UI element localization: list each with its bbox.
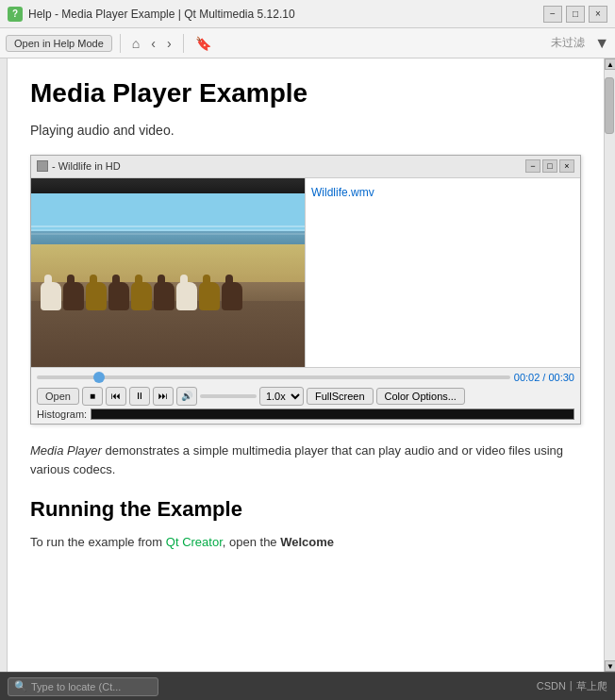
next-button[interactable]: ⏭ — [153, 387, 174, 406]
toolbar-separator-1 — [120, 34, 121, 53]
watermark-text: CSDN丨草上爬 — [537, 679, 607, 693]
page-title: Media Player Example — [30, 77, 581, 109]
video-content — [31, 178, 305, 367]
maximize-button[interactable]: □ — [566, 6, 585, 23]
horse-9 — [222, 282, 242, 310]
search-icon: 🔍 — [14, 680, 27, 692]
close-button[interactable]: × — [589, 6, 607, 23]
horse-4 — [108, 282, 129, 310]
toolbar-separator-2 — [183, 34, 184, 53]
running-paragraph: To run the example from Qt Creator, open… — [30, 533, 581, 553]
scroll-icon[interactable]: ▼ — [594, 35, 609, 52]
qt-creator-link[interactable]: Qt Creator — [166, 535, 223, 549]
toolbar: Open in Help Mode ⌂ ‹ › 🔖 未过滤 ▼ — [0, 28, 615, 58]
left-scrollbar — [0, 58, 8, 672]
player-maximize-button[interactable]: □ — [542, 159, 557, 173]
minimize-button[interactable]: − — [543, 6, 562, 23]
italic-app-name: Media Player — [30, 443, 102, 458]
scroll-thumb[interactable] — [605, 77, 614, 134]
speed-select[interactable]: 1.0x — [259, 387, 304, 406]
back-button[interactable]: ‹ — [147, 34, 159, 53]
horse-7 — [176, 282, 197, 310]
search-box[interactable]: 🔍 Type to locate (Ct... — [8, 677, 158, 696]
open-button[interactable]: Open — [37, 388, 79, 405]
bookmark-button[interactable]: 🔖 — [191, 34, 215, 53]
forward-button[interactable]: › — [163, 34, 175, 53]
volume-button[interactable]: 🔊 — [176, 387, 197, 406]
doc-subtitle: Playing audio and video. — [30, 123, 581, 138]
player-title-bar: - Wildlife in HD − □ × — [31, 156, 580, 178]
filter-text: 未过滤 — [551, 35, 585, 51]
scroll-up-button[interactable]: ▲ — [605, 58, 615, 70]
histogram-bar — [91, 408, 574, 420]
window-title: Help - Media Player Example | Qt Multime… — [28, 8, 543, 21]
horse-6 — [154, 282, 175, 310]
main-content: Media Player Example Playing audio and v… — [0, 58, 615, 672]
time-display: 00:02 / 00:30 — [514, 372, 574, 383]
app-icon: ? — [8, 7, 23, 22]
controls-row: Open ■ ⏮ ⏸ ⏭ 🔊 1.0x FullScreen Color Opt… — [37, 387, 574, 406]
stop-button[interactable]: ■ — [82, 387, 103, 406]
histogram-row: Histogram: — [37, 408, 574, 420]
playlist-area: Wildlife.wmv — [305, 178, 580, 367]
seek-bar-container: 00:02 / 00:30 — [37, 372, 574, 383]
player-window: - Wildlife in HD − □ × — [30, 155, 581, 425]
horse-2 — [63, 282, 84, 310]
player-close-button[interactable]: × — [559, 159, 574, 173]
scroll-down-button[interactable]: ▼ — [605, 660, 615, 672]
pause-button[interactable]: ⏸ — [129, 387, 150, 406]
horse-3 — [86, 282, 107, 310]
horse-silhouettes — [41, 273, 295, 310]
color-options-button[interactable]: Color Options... — [376, 388, 465, 405]
window-controls: − □ × — [543, 6, 607, 23]
seek-bar[interactable] — [37, 375, 510, 379]
section-title: Running the Example — [30, 497, 581, 522]
player-controls: 00:02 / 00:30 Open ■ ⏮ ⏸ ⏭ 🔊 1.0x FullSc… — [31, 367, 580, 424]
bottom-bar: 🔍 Type to locate (Ct... CSDN丨草上爬 — [0, 672, 615, 700]
welcome-bold: Welcome — [280, 535, 334, 549]
player-window-controls: − □ × — [525, 159, 574, 173]
player-body: Wildlife.wmv — [31, 178, 580, 367]
title-bar: ? Help - Media Player Example | Qt Multi… — [0, 0, 615, 28]
fullscreen-button[interactable]: FullScreen — [307, 388, 374, 405]
seek-handle[interactable] — [93, 372, 105, 383]
document: Media Player Example Playing audio and v… — [8, 58, 604, 672]
search-placeholder: Type to locate (Ct... — [31, 681, 121, 692]
horse-1 — [41, 282, 61, 310]
open-help-mode-button[interactable]: Open in Help Mode — [6, 35, 112, 52]
histogram-label: Histogram: — [37, 408, 87, 420]
player-minimize-button[interactable]: − — [525, 159, 540, 173]
horse-5 — [131, 282, 152, 310]
horse-8 — [199, 282, 220, 310]
player-window-title: - Wildlife in HD — [52, 160, 121, 172]
description-paragraph: Media Player demonstrates a simple multi… — [30, 442, 581, 481]
right-scrollbar[interactable]: ▲ ▼ — [604, 58, 615, 672]
playlist-item-1[interactable]: Wildlife.wmv — [311, 184, 574, 201]
home-button[interactable]: ⌂ — [128, 34, 143, 53]
volume-slider[interactable] — [200, 394, 257, 398]
player-app-icon — [37, 160, 48, 172]
video-area[interactable] — [31, 178, 305, 367]
prev-button[interactable]: ⏮ — [106, 387, 126, 406]
